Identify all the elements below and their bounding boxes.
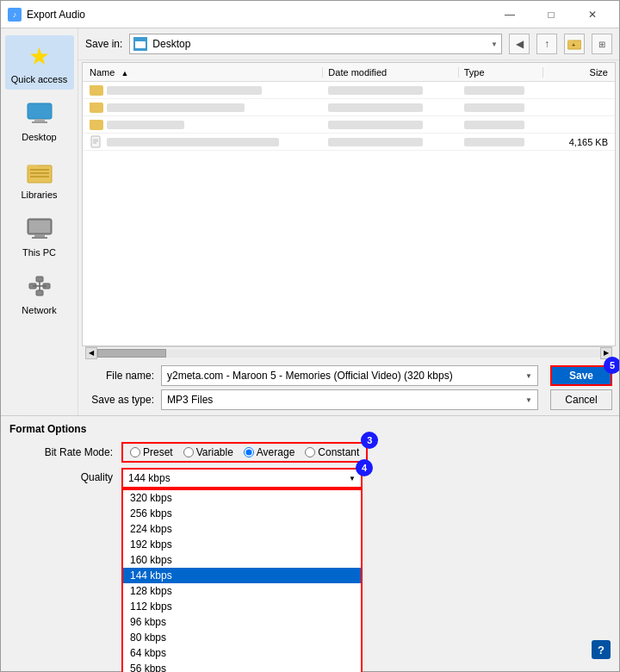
filename-input[interactable]: y2meta.com - Maroon 5 - Memories (Offici… xyxy=(161,365,538,386)
quality-option-256[interactable]: 256 kbps xyxy=(123,506,361,521)
sidebar-label-this-pc: This PC xyxy=(22,247,56,258)
quality-option-224[interactable]: 224 kbps xyxy=(123,521,361,537)
close-button[interactable]: ✕ xyxy=(573,1,612,28)
bitrate-row: Bit Rate Mode: 3 Preset Variable Average xyxy=(9,442,611,463)
new-folder-button[interactable]: + xyxy=(564,34,585,54)
bitrate-average[interactable]: Average xyxy=(244,446,294,458)
titlebar: ♪ Export Audio — □ ✕ xyxy=(1,1,619,28)
filename-label: File name: xyxy=(85,370,154,382)
savetype-row: Save as type: MP3 Files ▼ Cancel xyxy=(85,389,612,410)
bitrate-constant[interactable]: Constant xyxy=(305,446,359,458)
preset-radio[interactable] xyxy=(130,447,140,457)
average-radio[interactable] xyxy=(244,447,254,457)
quality-row: Quality 4 144 kbps ▼ 320 kbps 256 kbps 2… xyxy=(9,468,611,659)
sidebar-item-this-pc[interactable]: This PC xyxy=(5,208,74,263)
bitrate-variable[interactable]: Variable xyxy=(183,446,233,458)
file-date-cell xyxy=(323,103,458,112)
file-type-cell xyxy=(459,138,543,146)
back-button[interactable]: ◀ xyxy=(509,34,530,54)
blurred-type xyxy=(464,138,524,146)
column-type[interactable]: Type xyxy=(459,67,543,78)
table-row[interactable]: 4,165 KB xyxy=(83,134,615,151)
desktop-icon xyxy=(24,98,55,129)
quality-label: Quality xyxy=(9,468,113,483)
file-list: Name ▲ Date modified Type Size xyxy=(82,62,616,346)
format-options-title: Format Options xyxy=(9,423,611,435)
blurred-type xyxy=(464,121,524,129)
file-list-header: Name ▲ Date modified Type Size xyxy=(83,63,615,82)
file-type-cell xyxy=(459,121,543,129)
sidebar-item-libraries[interactable]: Libraries xyxy=(5,151,74,205)
file-name-cell xyxy=(86,103,323,113)
average-label: Average xyxy=(257,446,294,458)
blurred-date xyxy=(328,138,423,146)
file-name-cell xyxy=(86,120,323,130)
bitrate-preset[interactable]: Preset xyxy=(130,446,173,458)
sidebar-item-desktop[interactable]: Desktop xyxy=(5,93,74,147)
savetype-dropdown[interactable]: MP3 Files ▼ xyxy=(161,389,538,410)
constant-radio[interactable] xyxy=(305,447,315,457)
table-row[interactable] xyxy=(83,82,615,99)
help-button[interactable]: ? xyxy=(592,640,611,659)
column-size[interactable]: Size xyxy=(543,67,611,78)
quality-option-112[interactable]: 112 kbps xyxy=(123,599,361,614)
column-name[interactable]: Name ▲ xyxy=(86,67,323,78)
variable-radio[interactable] xyxy=(183,447,194,457)
quality-option-144[interactable]: 144 kbps xyxy=(123,568,361,583)
export-audio-dialog: ♪ Export Audio — □ ✕ ★ Quick access xyxy=(0,0,620,672)
blurred-type xyxy=(464,103,524,112)
maximize-button[interactable]: □ xyxy=(531,1,571,28)
filename-row: File name: y2meta.com - Maroon 5 - Memor… xyxy=(85,365,612,386)
sidebar-item-network[interactable]: Network xyxy=(5,266,74,320)
svg-rect-7 xyxy=(30,176,49,177)
location-icon xyxy=(133,37,147,51)
quality-option-320[interactable]: 320 kbps xyxy=(123,490,361,506)
table-row[interactable] xyxy=(83,99,615,116)
table-row[interactable] xyxy=(83,116,615,134)
sidebar-label-desktop: Desktop xyxy=(22,132,56,142)
quality-option-192[interactable]: 192 kbps xyxy=(123,537,361,552)
quality-dropdown-toggle[interactable]: 144 kbps ▼ xyxy=(121,468,363,488)
view-button[interactable]: ⊞ xyxy=(592,34,612,54)
app-icon: ♪ xyxy=(8,8,22,22)
sidebar-label-quick-access: Quick access xyxy=(11,74,67,84)
preset-label: Preset xyxy=(143,446,173,458)
blurred-date xyxy=(328,121,423,129)
scroll-thumb[interactable] xyxy=(97,349,166,358)
up-button[interactable]: ↑ xyxy=(536,34,557,54)
folder-icon xyxy=(90,120,103,130)
sidebar: ★ Quick access Desktop xyxy=(1,28,78,415)
save-button[interactable]: Save xyxy=(550,365,612,386)
quality-option-80[interactable]: 80 kbps xyxy=(123,630,361,645)
quality-option-64[interactable]: 64 kbps xyxy=(123,645,361,661)
blurred-name xyxy=(107,121,184,129)
column-date[interactable]: Date modified xyxy=(323,67,458,78)
quality-option-56[interactable]: 56 kbps xyxy=(123,661,361,672)
scroll-left-button[interactable]: ◀ xyxy=(85,347,97,359)
quality-option-96[interactable]: 96 kbps xyxy=(123,614,361,630)
quality-container: 4 144 kbps ▼ 320 kbps 256 kbps 224 kbps … xyxy=(121,468,363,488)
file-toolbar: Save in: Desktop ▼ ◀ ↑ xyxy=(78,28,619,60)
svg-rect-9 xyxy=(29,221,50,233)
file-name-cell xyxy=(86,135,323,149)
bottom-fields: File name: y2meta.com - Maroon 5 - Memor… xyxy=(78,360,619,415)
main-area: ★ Quick access Desktop xyxy=(1,28,619,415)
quality-option-128[interactable]: 128 kbps xyxy=(123,583,361,599)
svg-rect-5 xyxy=(30,169,49,171)
quality-option-160[interactable]: 160 kbps xyxy=(123,552,361,568)
horizontal-scrollbar[interactable]: ◀ ▶ xyxy=(85,346,612,358)
scroll-track[interactable] xyxy=(97,349,600,358)
variable-label: Variable xyxy=(196,446,233,458)
svg-rect-10 xyxy=(34,234,45,237)
blurred-name xyxy=(107,138,279,146)
sidebar-item-quick-access[interactable]: ★ Quick access xyxy=(5,35,74,90)
blurred-date xyxy=(328,86,423,95)
cancel-button[interactable]: Cancel xyxy=(550,389,612,410)
constant-label: Constant xyxy=(318,446,359,458)
location-arrow-icon: ▼ xyxy=(491,40,498,48)
file-size-cell: 4,165 KB xyxy=(543,137,611,147)
minimize-button[interactable]: — xyxy=(490,1,530,28)
folder-icon xyxy=(90,103,103,113)
bitrate-radio-group: Preset Variable Average Constant xyxy=(121,442,368,463)
location-dropdown[interactable]: Desktop ▼ xyxy=(129,34,502,54)
